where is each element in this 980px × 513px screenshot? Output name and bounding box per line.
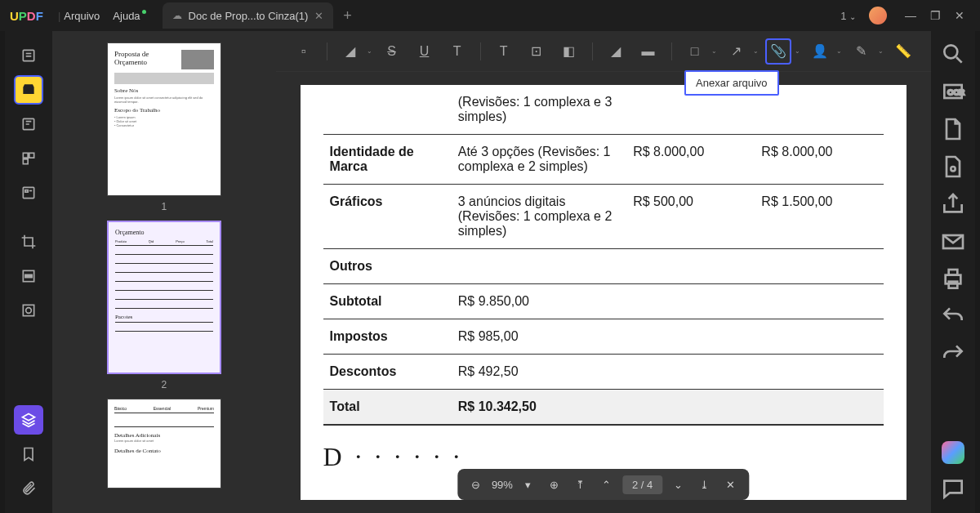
svg-point-18 <box>951 167 955 171</box>
sidebar-right: OCR <box>931 31 975 513</box>
print-button[interactable] <box>940 266 966 292</box>
document-tab[interactable]: ☁ Doc de Prop...to Cinza(1) ✕ <box>163 2 334 29</box>
prev-page-button[interactable]: ⌃ <box>596 474 617 495</box>
undo-button[interactable] <box>940 304 966 330</box>
budget-table: (Revisões: 1 complexa e 3 simples) Ident… <box>323 85 884 426</box>
signature-tool[interactable]: ✎ <box>849 38 875 65</box>
rectangle-tool[interactable]: □ <box>682 38 708 65</box>
divider: | <box>58 10 60 22</box>
squiggly-tool[interactable]: T <box>444 38 470 65</box>
thumbnail-page-3[interactable]: BásicoEssencialPremium Detalhes Adiciona… <box>107 399 221 488</box>
eraser-tool[interactable]: ▬ <box>635 38 662 65</box>
svg-rect-6 <box>23 159 28 164</box>
counter[interactable]: 1 ⌄ <box>840 10 856 22</box>
thumbnail-page-2[interactable]: Orçamento ProdutoQtdPreçoTotal Pacotes <box>107 221 221 374</box>
organize-mode-button[interactable] <box>14 144 43 173</box>
comment-mode-button[interactable] <box>14 75 43 105</box>
svg-point-13 <box>26 308 32 314</box>
export-button[interactable] <box>940 116 966 142</box>
next-page-button[interactable]: ⌄ <box>667 474 688 495</box>
bookmark-button[interactable] <box>14 439 43 469</box>
layers-button[interactable] <box>14 405 43 435</box>
redact-button[interactable] <box>14 261 43 291</box>
tab-title: Doc de Prop...to Cinza(1) <box>189 10 309 22</box>
close-icon[interactable]: ✕ <box>314 10 323 22</box>
page-navigator: ⊖ 99% ▾ ⊕ ⤒ ⌃ 2 / 4 ⌄ ⤓ ✕ <box>457 469 749 500</box>
underline-tool[interactable]: U <box>412 38 438 65</box>
edit-mode-button[interactable] <box>14 109 43 139</box>
ocr-button[interactable]: OCR <box>940 78 966 105</box>
add-tab-button[interactable]: + <box>343 7 352 25</box>
attachment-button[interactable] <box>14 474 43 503</box>
page-indicator[interactable]: 2 / 4 <box>622 475 662 494</box>
zoom-in-button[interactable]: ⊕ <box>544 474 565 495</box>
close-window-button[interactable]: ✕ <box>949 5 970 26</box>
minimize-button[interactable]: — <box>900 5 921 26</box>
svg-rect-11 <box>25 274 32 277</box>
svg-rect-21 <box>948 270 957 275</box>
menu-ajuda[interactable]: Ajuda <box>113 10 145 22</box>
stamp-tool[interactable]: 👤 <box>807 38 833 65</box>
sidebar-left <box>5 31 52 513</box>
close-nav-button[interactable]: ✕ <box>719 474 741 495</box>
zoom-out-button[interactable]: ⊖ <box>466 474 487 495</box>
menu-arquivo[interactable]: Arquivo <box>64 10 100 22</box>
svg-rect-8 <box>25 190 28 193</box>
measure-tool[interactable]: 📏 <box>890 38 916 65</box>
svg-rect-12 <box>23 305 33 315</box>
annotation-toolbar: ▫ ◢⌄ S U T T ⊡ ◧ ◢ ▬ □⌄ ↗⌄ 📎⌄ 👤⌄ ✎⌄ 📏 <box>276 31 931 72</box>
thumb-number: 2 <box>162 379 167 390</box>
redo-button[interactable] <box>940 341 966 368</box>
document-page: (Revisões: 1 complexa e 3 simples) Ident… <box>301 85 906 500</box>
protect-button[interactable] <box>940 154 966 180</box>
last-page-button[interactable]: ⤓ <box>693 474 715 495</box>
avatar[interactable] <box>869 7 887 25</box>
first-page-button[interactable]: ⤒ <box>570 474 591 495</box>
cloud-icon: ☁ <box>172 10 182 21</box>
ai-assistant-button[interactable] <box>940 439 966 466</box>
tooltip-attach: Anexar arquivo <box>684 70 778 96</box>
svg-rect-4 <box>23 153 28 158</box>
search-button[interactable] <box>940 41 966 67</box>
thumbnail-page-1[interactable]: Proposta de Orçamento Sobre Nós Lorem ip… <box>107 42 221 196</box>
textbox-tool[interactable]: ⊡ <box>523 38 550 65</box>
titlebar: UPDF | Arquivo Ajuda ☁ Doc de Prop...to … <box>0 0 980 31</box>
strikethrough-tool[interactable]: S <box>379 38 405 65</box>
chat-button[interactable] <box>940 475 966 502</box>
callout-tool[interactable]: ◧ <box>556 38 582 65</box>
thumb-number: 1 <box>162 201 167 212</box>
highlight-tool[interactable]: ◢ <box>337 38 363 65</box>
app-logo: UPDF <box>10 9 43 23</box>
email-button[interactable] <box>940 229 966 255</box>
crop-button[interactable] <box>14 227 43 256</box>
note-tool[interactable]: ▫ <box>291 38 317 65</box>
text-tool[interactable]: T <box>491 38 517 65</box>
compress-button[interactable] <box>14 296 43 325</box>
pencil-tool[interactable]: ◢ <box>603 38 629 65</box>
svg-text:OCR: OCR <box>947 88 964 96</box>
thumbnail-panel: Proposta de Orçamento Sobre Nós Lorem ip… <box>52 31 275 513</box>
zoom-dropdown[interactable]: ▾ <box>518 474 539 495</box>
svg-line-15 <box>956 57 962 63</box>
arrow-tool[interactable]: ↗ <box>724 38 750 65</box>
reader-mode-button[interactable] <box>14 41 43 70</box>
next-heading: D · · · · · · <box>323 442 884 472</box>
content-area: ▫ ◢⌄ S U T T ⊡ ◧ ◢ ▬ □⌄ ↗⌄ 📎⌄ 👤⌄ ✎⌄ 📏 An… <box>276 31 931 513</box>
svg-point-14 <box>944 45 957 58</box>
svg-rect-5 <box>29 153 34 158</box>
zoom-level: 99% <box>492 479 513 491</box>
form-mode-button[interactable] <box>14 178 43 207</box>
maximize-button[interactable]: ❐ <box>924 5 946 26</box>
attach-file-tool[interactable]: 📎 <box>765 38 791 65</box>
share-button[interactable] <box>940 191 966 217</box>
